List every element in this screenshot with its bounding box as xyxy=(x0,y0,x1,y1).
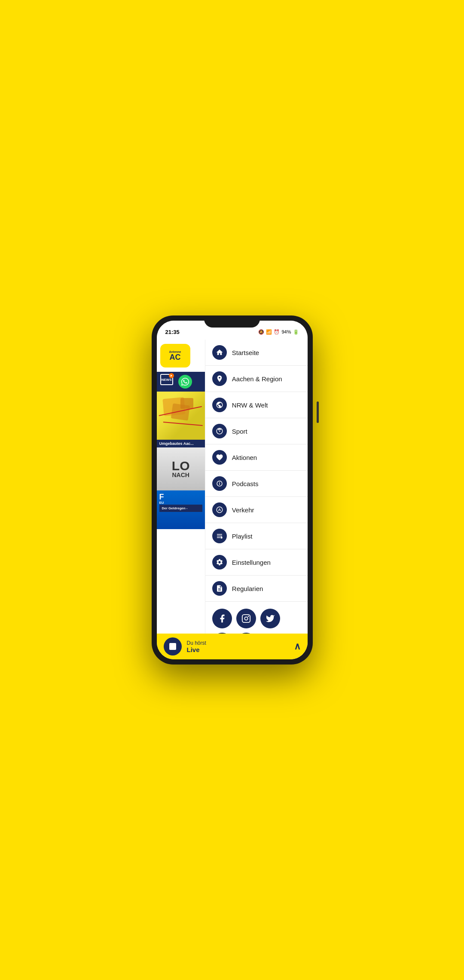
menu-label-einstellungen: Einstellungen xyxy=(232,559,271,566)
whatsapp-icon[interactable] xyxy=(178,375,192,389)
soccer-icon xyxy=(212,424,227,438)
stop-button[interactable] xyxy=(164,637,182,655)
menu-label-sport: Sport xyxy=(232,428,247,435)
svg-point-4 xyxy=(244,617,247,620)
menu-item-nrw[interactable]: NRW & Welt xyxy=(205,392,308,418)
promo-title-text: Der Geldregen - xyxy=(162,506,200,510)
player-title: Live xyxy=(187,646,289,653)
wifi-icon: 📶 xyxy=(266,329,272,335)
news-icon[interactable]: NEWS xyxy=(160,374,176,389)
svg-text:A: A xyxy=(218,508,221,512)
map-card-title: Umgebautes Aac... xyxy=(159,441,202,446)
menu-label-nrw: NRW & Welt xyxy=(232,401,268,409)
map-card-overlay: Umgebautes Aac... xyxy=(157,440,205,447)
left-panel: Antenne AC NEWS xyxy=(157,340,205,634)
menu-item-verkehr[interactable]: A Verkehr xyxy=(205,497,308,523)
menu-item-einstellungen[interactable]: Einstellungen xyxy=(205,549,308,576)
menu-list: Startseite Aachen & Region xyxy=(205,340,308,602)
player-bar[interactable]: Du hörst Live ∧ xyxy=(157,634,308,659)
social-section xyxy=(205,602,308,634)
logo-ac-text: AC xyxy=(170,353,181,361)
chevron-up-icon[interactable]: ∧ xyxy=(294,641,301,652)
player-info: Du hörst Live xyxy=(182,640,294,653)
status-time: 21:35 xyxy=(165,329,180,335)
nav-menu: Startseite Aachen & Region xyxy=(205,340,308,634)
menu-label-playlist: Playlist xyxy=(232,533,253,540)
local-small-text: NACH xyxy=(172,472,189,478)
phone-notch xyxy=(204,315,260,328)
podcast-icon xyxy=(212,476,227,491)
menu-item-podcasts[interactable]: Podcasts xyxy=(205,471,308,497)
svg-rect-3 xyxy=(242,615,250,622)
alarm-icon: ⏰ xyxy=(274,329,280,335)
heart-icon xyxy=(212,450,227,465)
phone-wrapper: 21:35 🔕 📶 ⏰ 94% 🔋 Antenne AC xyxy=(152,315,313,665)
instagram-button[interactable] xyxy=(236,609,256,628)
svg-point-5 xyxy=(247,616,249,617)
social-row-1 xyxy=(212,609,301,628)
facebook-button[interactable] xyxy=(212,609,232,628)
play-dot xyxy=(169,373,174,378)
location-icon xyxy=(212,371,227,386)
globe-icon xyxy=(212,398,227,412)
menu-label-podcasts: Podcasts xyxy=(232,480,259,487)
status-icons: 🔕 📶 ⏰ 94% 🔋 xyxy=(258,329,299,335)
menu-item-sport[interactable]: Sport xyxy=(205,418,308,444)
menu-label-aktionen: Aktionen xyxy=(232,454,257,461)
map-card[interactable]: Umgebautes Aac... xyxy=(157,392,205,447)
logo-area: Antenne AC xyxy=(157,340,205,372)
phone-screen: 21:35 🔕 📶 ⏰ 94% 🔋 Antenne AC xyxy=(157,321,308,659)
menu-item-startseite[interactable]: Startseite xyxy=(205,340,308,366)
battery-icon: 🔋 xyxy=(293,329,299,335)
document-icon xyxy=(212,581,227,596)
menu-label-verkehr: Verkehr xyxy=(232,506,254,514)
menu-label-regularien: Regularien xyxy=(232,585,263,592)
news-bar: NEWS xyxy=(157,372,205,392)
traffic-icon: A xyxy=(212,502,227,517)
playlist-icon xyxy=(212,529,227,543)
promo-title-bar: Der Geldregen - xyxy=(159,505,202,512)
menu-label-startseite: Startseite xyxy=(232,349,259,356)
settings-icon xyxy=(212,555,227,570)
local-news-card[interactable]: LO NACH xyxy=(157,447,205,490)
menu-item-aktionen[interactable]: Aktionen xyxy=(205,444,308,471)
battery-level: 94% xyxy=(281,329,291,334)
menu-item-playlist[interactable]: Playlist xyxy=(205,523,308,549)
menu-item-regularien[interactable]: Regularien xyxy=(205,576,308,602)
player-subtitle: Du hörst xyxy=(187,640,289,646)
menu-label-aachen: Aachen & Region xyxy=(232,375,282,383)
mute-icon: 🔕 xyxy=(258,329,264,335)
svg-point-2 xyxy=(220,537,223,539)
twitter-button[interactable] xyxy=(260,609,280,628)
menu-item-aachen[interactable]: Aachen & Region xyxy=(205,366,308,392)
content-images: Umgebautes Aac... LO NACH F EU xyxy=(157,392,205,634)
local-big-text: LO xyxy=(172,460,190,472)
play-icon xyxy=(171,374,172,377)
app-logo[interactable]: Antenne AC xyxy=(160,344,190,368)
volume-button xyxy=(317,401,319,423)
news-label: NEWS xyxy=(162,378,172,382)
main-content: Antenne AC NEWS xyxy=(157,340,308,634)
home-icon xyxy=(212,345,227,360)
stop-icon xyxy=(169,643,176,650)
promo-card[interactable]: F EU Der Geldregen - xyxy=(157,490,205,529)
